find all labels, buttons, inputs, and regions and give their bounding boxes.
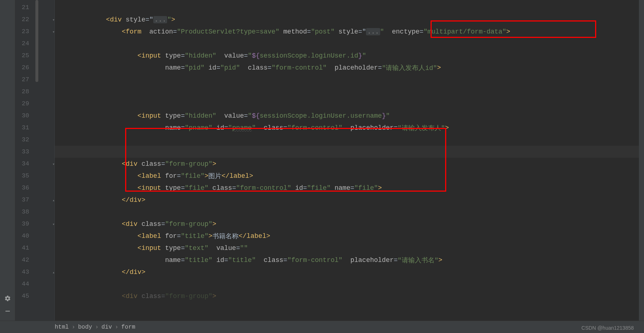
code-line[interactable]: <div class="form-group"> — [55, 158, 644, 170]
code-line[interactable]: <form action="ProductServlet?type=save" … — [55, 26, 644, 38]
line-number: 32 — [15, 136, 36, 143]
line-number: 21 — [15, 4, 36, 11]
line-number: 45 — [15, 293, 36, 299]
code-line[interactable]: <div class="form-group"> — [55, 290, 644, 302]
line-number: 25 — [15, 52, 36, 59]
line-number: 36 — [15, 184, 36, 191]
line-number: 30 — [15, 112, 36, 119]
line-number: 22 — [15, 16, 36, 23]
line-number: 27 — [15, 76, 36, 83]
line-number: 35 — [15, 172, 36, 179]
gear-icon[interactable] — [4, 295, 11, 302]
code-line[interactable]: <input type="text" value="" — [55, 242, 644, 254]
gutter[interactable]: 21 22▾ 23▾ 24 25 26 27 28 29 30 31 32💡 3… — [15, 0, 55, 321]
code-line[interactable]: <label for="file">图片</label> — [55, 170, 644, 182]
code-line[interactable]: name="title" id="title" class="form-cont… — [55, 254, 644, 266]
code-line[interactable]: </div> — [55, 266, 644, 278]
code-line[interactable]: name="pid" id="pid" class="form-control"… — [55, 62, 644, 74]
code-line[interactable]: <div class="form-group"> — [55, 218, 644, 230]
tool-window-bar[interactable] — [0, 0, 15, 321]
line-number: 39 — [15, 220, 36, 227]
minimize-icon[interactable] — [5, 308, 11, 314]
code-line[interactable] — [55, 86, 644, 98]
fold-icon[interactable]: ▾ — [52, 29, 55, 34]
line-number: 44 — [15, 281, 36, 287]
fold-icon[interactable]: ▾ — [52, 161, 55, 166]
fold-icon[interactable]: ▾ — [52, 17, 55, 22]
breadcrumb-item[interactable]: form — [121, 324, 135, 330]
folded-region[interactable]: ... — [153, 16, 167, 23]
code-line[interactable] — [55, 206, 644, 218]
folded-region[interactable]: ... — [366, 28, 380, 35]
line-number: 28 — [15, 88, 36, 95]
watermark: CSDN @huan1213858 — [582, 325, 634, 331]
code-line-current[interactable] — [55, 146, 644, 158]
code-line[interactable]: <label for="title">书籍名称</label> — [55, 230, 644, 242]
line-number: 26 — [15, 64, 36, 71]
fold-close-icon[interactable]: ▴ — [52, 197, 55, 202]
line-number: 37 — [15, 196, 36, 203]
breadcrumb-item[interactable]: html — [55, 324, 69, 330]
code-line[interactable] — [55, 98, 644, 110]
code-line[interactable]: <div style="..."> — [55, 13, 644, 26]
code-line[interactable]: </div> — [55, 194, 644, 206]
line-number: 34 — [15, 160, 36, 167]
code-line[interactable]: name="pname" id="pname" class="form-cont… — [55, 122, 644, 134]
breadcrumb[interactable]: html› body› div› form — [0, 321, 644, 333]
breadcrumb-item[interactable]: div — [101, 324, 112, 330]
code-line[interactable] — [55, 74, 644, 86]
fold-close-icon[interactable]: ▴ — [52, 270, 55, 274]
fold-icon[interactable]: ▾ — [52, 222, 55, 226]
breadcrumb-item[interactable]: body — [78, 324, 92, 330]
code-line[interactable] — [55, 134, 644, 146]
line-number: 29 — [15, 100, 36, 107]
code-line[interactable]: <input type="hidden" value="${sessionSco… — [55, 50, 644, 62]
code-line[interactable]: <input type="hidden" value="${sessionSco… — [55, 110, 644, 122]
line-number: 41 — [15, 244, 36, 251]
vertical-scrollbar[interactable] — [639, 0, 644, 321]
line-number: 42 — [15, 256, 36, 263]
code-editor[interactable]: <div style="..."> <form action="ProductS… — [55, 0, 644, 321]
line-number: 38 — [15, 208, 36, 215]
line-number: 40 — [15, 232, 36, 239]
svg-rect-0 — [5, 311, 10, 312]
code-line[interactable]: <input type="file" class="form-control" … — [55, 182, 644, 194]
code-line[interactable] — [55, 278, 644, 290]
code-line[interactable] — [55, 1, 644, 13]
code-line[interactable] — [55, 38, 644, 50]
line-number: 24 — [15, 40, 36, 47]
line-number: 33 — [15, 148, 36, 155]
line-number: 43 — [15, 269, 36, 275]
line-number: 31 — [15, 124, 36, 131]
line-number: 23 — [15, 28, 36, 35]
